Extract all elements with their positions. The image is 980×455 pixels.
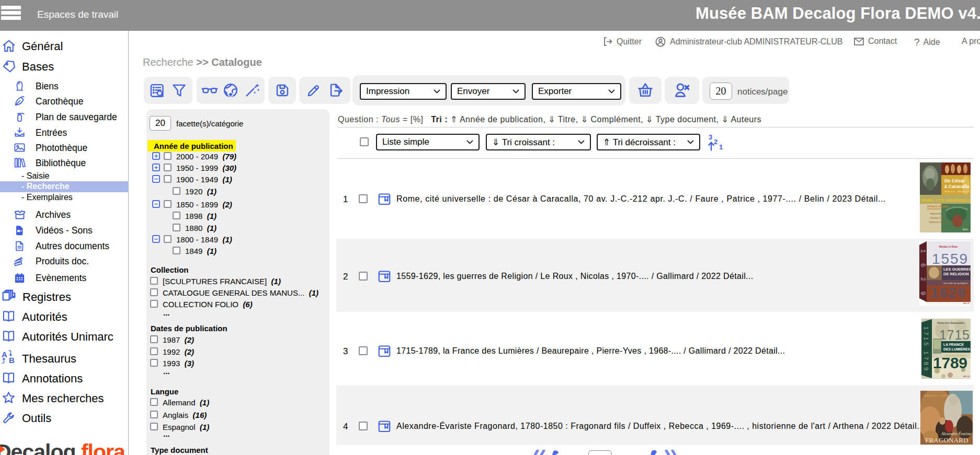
svg-text:1559: 1559	[932, 251, 967, 267]
svg-text:Patrice Faure: Patrice Faure	[930, 213, 945, 215]
svg-text:DE RELIGION: DE RELIGION	[943, 272, 969, 276]
svg-text:1715 1789: 1715 1789	[923, 326, 929, 370]
svg-text:Belin: Belin	[963, 228, 968, 231]
svg-text:Catherine Virlouvet: Catherine Virlouvet	[929, 221, 949, 224]
svg-text:Pierre-Yves Beaurepaire: Pierre-Yves Beaurepaire	[937, 322, 964, 324]
svg-text:70 av. J.-C. - 212 apr. J.-C.: 70 av. J.-C. - 212 apr. J.-C.	[944, 190, 971, 193]
svg-text:Alexandre-Évariste: Alexandre-Évariste	[941, 431, 972, 436]
svg-text:MONDES ANCIENS: MONDES ANCIENS	[927, 205, 949, 208]
svg-text:DES LUMIÈRES: DES LUMIÈRES	[943, 347, 970, 351]
svg-text:1715: 1715	[939, 328, 970, 342]
svg-text:1789: 1789	[933, 354, 967, 371]
svg-text:ROME, CITÉ UNIVERSELLE: ROME, CITÉ UNIVERSELLE	[921, 198, 971, 203]
svg-text:BELIN: BELIN	[963, 375, 970, 378]
svg-text:LES GUERRES: LES GUERRES	[943, 267, 971, 272]
svg-text:FRAGONARD: FRAGONARD	[925, 436, 969, 444]
svg-text:Nicolas Le Roux: Nicolas Le Roux	[939, 246, 958, 248]
svg-text:BELIN: BELIN	[963, 302, 970, 305]
svg-text:à Caracalla: à Caracalla	[944, 184, 970, 189]
svg-text:Nicolas Tran: Nicolas Tran	[930, 217, 944, 219]
svg-text:REBECCA DUFFEIX: REBECCA DUFFEIX	[925, 394, 956, 397]
svg-text:LA FRANCE: LA FRANCE	[943, 343, 964, 346]
svg-text:De César: De César	[944, 178, 965, 183]
